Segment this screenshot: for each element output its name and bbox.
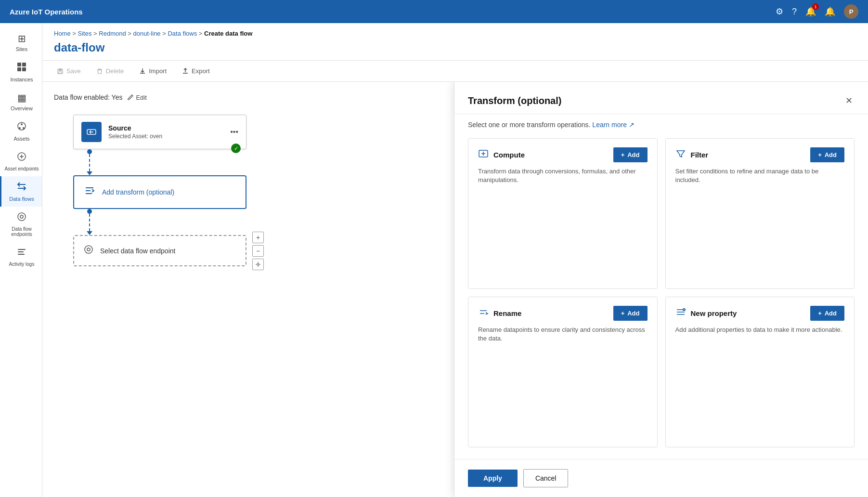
breadcrumb-donut-line[interactable]: donut-line: [133, 30, 161, 37]
data-flows-icon: [16, 181, 27, 194]
transform-node-card[interactable]: Add transform (optional): [73, 175, 246, 209]
instances-icon: [16, 62, 27, 75]
rename-name: Rename: [493, 309, 521, 317]
import-label: Import: [149, 67, 167, 75]
endpoint-node-card[interactable]: Select data flow endpoint: [73, 235, 246, 266]
svg-point-19: [87, 248, 90, 251]
data-flow-endpoints-icon: [16, 211, 27, 224]
panel-close-button[interactable]: ✕: [843, 93, 855, 108]
transform-node-label: Add transform (optional): [102, 188, 174, 196]
rename-card: Rename + Add Rename datapoints to ensure…: [468, 297, 658, 447]
endpoint-add-btn[interactable]: +: [252, 232, 264, 243]
sidebar-item-sites[interactable]: ⊞ Sites: [0, 28, 42, 57]
main-layout: ⊞ Sites Instances ▦ Overview Assets: [0, 23, 868, 497]
compute-add-button[interactable]: + Add: [613, 147, 648, 162]
filter-add-button[interactable]: + Add: [810, 147, 844, 162]
endpoint-node[interactable]: Select data flow endpoint + −: [73, 235, 246, 266]
sidebar-item-label: Sites: [16, 46, 27, 52]
settings-icon[interactable]: ⚙: [776, 6, 783, 17]
new-property-name: New property: [691, 309, 737, 317]
delete-button[interactable]: Delete: [90, 65, 131, 78]
connector-line-2: [89, 214, 90, 231]
svg-rect-13: [18, 254, 25, 255]
svg-rect-16: [59, 72, 62, 74]
edit-button[interactable]: Edit: [127, 94, 146, 101]
sidebar-item-assets[interactable]: Assets: [0, 116, 42, 146]
connector-arrow-2: [87, 231, 92, 235]
top-navigation: Azure IoT Operations ⚙ ? 🔔 1 🔔 P: [0, 0, 868, 23]
breadcrumb-redmond[interactable]: Redmond: [99, 30, 126, 37]
breadcrumb-current: Create data flow: [204, 30, 252, 37]
sidebar-item-label: Overview: [11, 105, 33, 111]
assets-icon: [16, 121, 27, 134]
activity-logs-icon: [16, 247, 27, 260]
connector-dot-1: [87, 149, 92, 154]
source-node-menu[interactable]: •••: [230, 128, 238, 136]
transform-cards-grid: Compute + Add Transform data through con…: [454, 133, 868, 459]
breadcrumb-sites[interactable]: Sites: [78, 30, 92, 37]
connector-1: [87, 149, 92, 175]
toolbar: Save Delete Import Export: [42, 60, 868, 82]
svg-rect-0: [17, 63, 21, 66]
notifications-icon[interactable]: 🔔 1: [805, 6, 816, 17]
breadcrumb-home[interactable]: Home: [54, 30, 71, 37]
delete-label: Delete: [106, 67, 124, 75]
rename-add-button[interactable]: + Add: [613, 306, 648, 321]
new-property-card-header: New property + Add: [675, 306, 845, 321]
connector-dot-2: [87, 209, 92, 214]
svg-rect-2: [17, 67, 21, 71]
new-property-card: New property + Add Add additional proper…: [665, 297, 855, 447]
endpoint-minus-btn[interactable]: −: [252, 245, 264, 257]
help-icon[interactable]: ?: [792, 7, 797, 17]
new-property-desc: Add additional properties to data to mak…: [675, 326, 845, 334]
connector-line-1: [89, 154, 90, 171]
sidebar-item-data-flows[interactable]: Data flows: [0, 176, 42, 207]
sidebar-item-activity-logs[interactable]: Activity logs: [0, 242, 42, 272]
compute-icon: [478, 148, 489, 161]
panel-footer: Apply Cancel: [454, 459, 868, 497]
notification-badge: 1: [812, 3, 819, 10]
sidebar-item-asset-endpoints[interactable]: Asset endpoints: [0, 146, 42, 176]
connector-2: [87, 209, 92, 235]
source-node-text: Source Selected Asset: oven: [108, 124, 223, 140]
svg-rect-1: [22, 63, 26, 66]
endpoint-settings-btn[interactable]: [252, 259, 264, 270]
export-label: Export: [192, 67, 210, 75]
source-node-sub: Selected Asset: oven: [108, 133, 223, 140]
svg-point-20: [257, 263, 259, 265]
transform-node-icon: [84, 185, 95, 199]
filter-card-header: Filter + Add: [675, 147, 845, 162]
user-avatar[interactable]: P: [844, 4, 858, 19]
svg-rect-12: [18, 251, 24, 252]
svg-point-18: [85, 246, 92, 253]
filter-icon: [675, 148, 686, 161]
sidebar-item-data-flow-endpoints[interactable]: Data flow endpoints: [0, 207, 42, 242]
dataflow-area: Data flow enabled: Yes Edit: [42, 82, 868, 497]
filter-name: Filter: [691, 151, 709, 159]
save-button[interactable]: Save: [50, 65, 88, 78]
import-button[interactable]: Import: [132, 65, 173, 78]
compute-card-header: Compute + Add: [478, 147, 648, 162]
flow-enabled-label: Data flow enabled: Yes: [54, 93, 122, 101]
new-property-add-button[interactable]: + Add: [810, 306, 844, 321]
learn-more-link[interactable]: Learn more ↗: [592, 121, 634, 129]
cancel-button[interactable]: Cancel: [523, 469, 569, 487]
alerts-icon[interactable]: 🔔: [825, 6, 835, 17]
endpoint-node-icon: [84, 245, 93, 257]
rename-card-header: Rename + Add: [478, 306, 648, 321]
filter-card: Filter + Add Set filter conditions to re…: [665, 138, 855, 289]
sidebar-item-instances[interactable]: Instances: [0, 57, 42, 87]
svg-point-7: [23, 127, 25, 129]
breadcrumb-data-flows[interactable]: Data flows: [168, 30, 197, 37]
panel-title: Transform (optional): [468, 95, 561, 106]
topnav-icons: ⚙ ? 🔔 1 🔔 P: [776, 4, 858, 19]
transform-node[interactable]: Add transform (optional): [73, 175, 246, 209]
export-button[interactable]: Export: [175, 65, 217, 78]
rename-icon: [478, 307, 489, 320]
edit-label: Edit: [136, 94, 146, 101]
sidebar-item-overview[interactable]: ▦ Overview: [0, 87, 42, 116]
source-node[interactable]: Source Selected Asset: oven ••• ✓: [73, 115, 246, 149]
apply-button[interactable]: Apply: [468, 470, 518, 487]
filter-desc: Set filter conditions to refine and mana…: [675, 167, 845, 184]
source-node-title: Source: [108, 124, 223, 132]
